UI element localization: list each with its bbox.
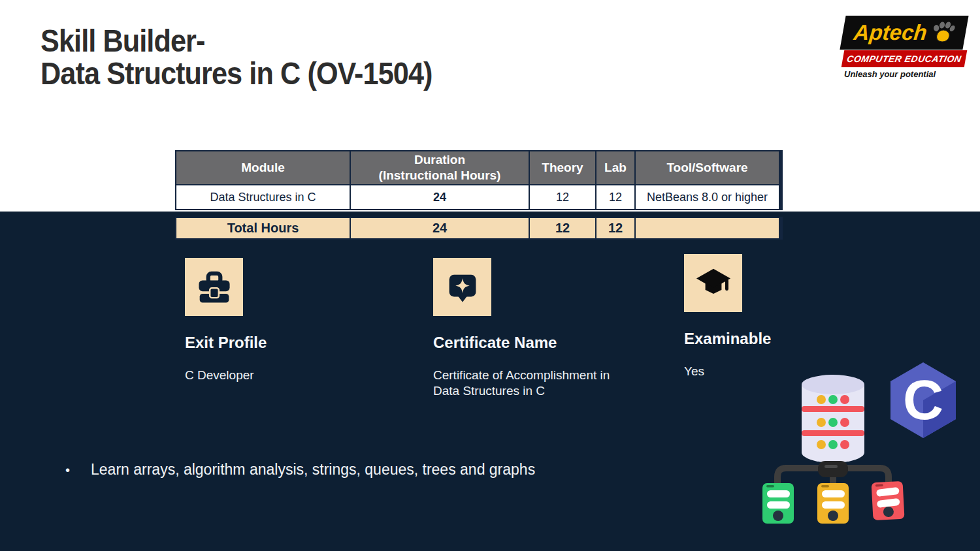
total-label: Total Hours — [176, 218, 350, 238]
c-language-logo-icon: C — [890, 362, 956, 438]
aptech-division-band: COMPUTER EDUCATION — [841, 50, 968, 67]
svg-text:C: C — [903, 368, 943, 431]
cell-lab: 12 — [596, 185, 634, 209]
table-header-duration: Duration (Instructional Hours) — [351, 151, 529, 184]
page-title-line1: Skill Builder- — [41, 25, 433, 57]
certificate-badge-icon — [443, 267, 482, 307]
examinable-label: Examinable — [684, 330, 887, 348]
examinable-icon-tile — [684, 254, 742, 312]
certificate-icon-tile — [433, 258, 491, 316]
certificate-card: Certificate Name Certificate of Accompli… — [433, 258, 636, 399]
total-lab: 12 — [596, 218, 634, 238]
course-table-data-row: Data Structures in C 24 12 12 NetBeans 8… — [175, 185, 783, 210]
page-title-line2: Data Structures in C (OV-1504) — [41, 57, 433, 90]
bullet-list: • Learn arrays, algorithm analysis, stri… — [65, 461, 535, 480]
table-header-tool: Tool/Software — [636, 151, 779, 184]
table-row-gap — [175, 210, 783, 217]
course-table: Module Duration (Instructional Hours) Th… — [175, 150, 783, 240]
database-icon — [802, 375, 864, 477]
paw-icon — [929, 22, 956, 44]
total-duration: 24 — [351, 218, 529, 238]
aptech-division-text: COMPUTER EDUCATION — [846, 54, 962, 64]
total-theory: 12 — [530, 218, 595, 238]
cell-module: Data Structures in C — [176, 185, 350, 209]
cell-duration: 24 — [351, 185, 529, 209]
server-yellow — [817, 483, 849, 524]
aptech-tagline: Unleash your potential — [844, 69, 966, 79]
database-c-illustration: C — [751, 359, 980, 551]
exit-profile-card: Exit Profile C Developer — [185, 258, 387, 383]
cell-theory: 12 — [530, 185, 595, 209]
total-tool — [636, 218, 779, 238]
certificate-label: Certificate Name — [433, 334, 636, 352]
course-table-total-row: Total Hours 24 12 12 — [175, 217, 783, 240]
exit-profile-value: C Developer — [185, 368, 378, 383]
exit-profile-icon-tile — [185, 258, 243, 316]
cell-tool: NetBeans 8.0 or higher — [636, 185, 779, 209]
database-dots — [817, 395, 849, 449]
certificate-value: Certificate of Accomplishment in Data St… — [433, 368, 626, 399]
hub-node — [818, 461, 848, 477]
aptech-brand-text: Aptech — [853, 20, 928, 45]
table-header-lab: Lab — [596, 151, 634, 184]
page-title: Skill Builder- Data Structures in C (OV-… — [41, 25, 433, 90]
server-green — [762, 483, 794, 524]
briefcase-icon — [194, 267, 235, 307]
bullet-dot: • — [65, 461, 70, 480]
course-table-header-row: Module Duration (Instructional Hours) Th… — [175, 150, 783, 185]
server-red — [872, 481, 905, 520]
table-header-theory: Theory — [530, 151, 595, 184]
aptech-logo: Aptech COMPUTER EDUCATION Unleash your p… — [843, 16, 966, 79]
bullet-text: Learn arrays, algorithm analysis, string… — [91, 461, 535, 480]
exit-profile-label: Exit Profile — [185, 334, 387, 352]
aptech-logo-banner: Aptech — [840, 16, 968, 50]
graduation-cap-icon — [692, 263, 735, 304]
table-header-module: Module — [176, 151, 350, 184]
